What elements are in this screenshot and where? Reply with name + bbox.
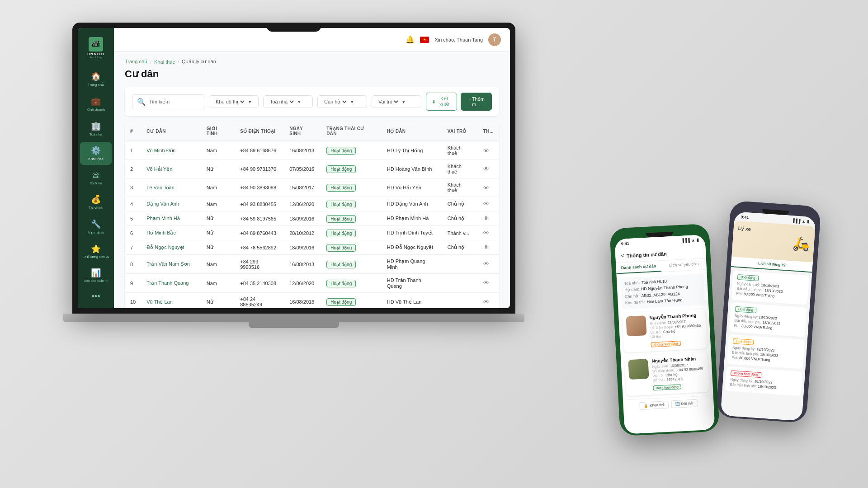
building-info-card: Toà nhà: Toà nhà HL10 Hộ dân: HD Nguyễn … — [620, 273, 705, 309]
search-box[interactable]: 🔍 — [132, 94, 204, 109]
action-icon[interactable]: 👁 — [483, 184, 489, 191]
khu-do-thi-filter[interactable]: Khu đô thị ▾ — [209, 95, 259, 108]
sidebar-item-kinh-doanh[interactable]: 💼 Kinh doanh — [80, 93, 112, 116]
sidebar-item-van-hanh[interactable]: 🔧 Vận hành — [80, 216, 112, 239]
vai-tro-select[interactable]: Vai trò — [377, 99, 400, 105]
action-icon[interactable]: 👁 — [483, 147, 489, 154]
notification-bell-icon[interactable]: 🔔 — [406, 35, 415, 44]
resident-name-link[interactable]: Võ Minh Đức — [146, 148, 175, 153]
wifi-icon: ▲ — [691, 238, 695, 242]
can-ho-filter[interactable]: Căn hộ ▾ — [317, 95, 367, 108]
status-badge: Hoạt động — [326, 184, 356, 192]
page-title: Cư dân — [125, 68, 499, 80]
action-icon[interactable]: 👁 — [483, 215, 489, 222]
cell-dob: 07/05/2016 — [284, 160, 321, 178]
sidebar-item-more[interactable]: ••• — [80, 288, 112, 305]
table-row: 7 Đỗ Ngọc Nguyệt Nữ +84 76 5562892 18/09… — [125, 240, 499, 255]
vai-tro-filter[interactable]: Vai trò ▾ — [372, 95, 421, 108]
cell-vai-tro: Chủ hộ — [442, 211, 478, 226]
sidebar-item-dich-vu[interactable]: 🛎 Dịch vụ — [80, 167, 112, 189]
action-icon[interactable]: 👁 — [483, 166, 489, 173]
topbar-right: 🔔 Xin chào, Thuan Tang T — [406, 33, 501, 46]
residents-table: # Cư dân Giới tính Số điện thoại Ngày si… — [125, 122, 499, 308]
resident-info-2: Nguyễn Thanh Nhàn Ngày sinh 15/08/2017 S… — [651, 356, 706, 391]
user-avatar[interactable]: T — [488, 33, 501, 46]
action-icon[interactable]: 👁 — [483, 280, 489, 286]
back-button[interactable]: < — [621, 252, 625, 259]
sidebar-item-bao-cao[interactable]: 📊 Báo cáo quản trị — [80, 264, 112, 286]
cell-status: Hoạt động — [321, 211, 382, 226]
cell-ho-dan: HD Trịnh Đình Tuyết — [382, 226, 442, 240]
quality-icon: ⭐ — [91, 244, 101, 254]
business-icon: 💼 — [91, 96, 101, 106]
cell-vai-tro: Chủ hộ — [442, 197, 478, 211]
toa-nha-filter[interactable]: Toà nhà ▾ — [263, 95, 313, 108]
sidebar-item-tai-chinh[interactable]: 💰 Tài chính — [80, 191, 112, 214]
operations-icon: 🔧 — [91, 219, 101, 229]
resident-name-link[interactable]: Trần Thanh Quang — [146, 280, 189, 286]
export-button[interactable]: ⬇ Kết xuất — [426, 93, 457, 111]
chevron-down-icon: ▾ — [298, 99, 301, 105]
sidebar-item-label: Vận hành — [88, 230, 104, 235]
battery-icon: ▮ — [807, 219, 810, 224]
cell-vai-tro: Thành v... — [442, 226, 478, 240]
sidebar-item-label: Kinh doanh — [87, 108, 105, 112]
cell-actions: 👁 — [478, 211, 499, 226]
cell-gender: Nam — [201, 141, 235, 160]
action-icon[interactable]: 👁 — [483, 230, 489, 236]
sidebar-item-trang-chu[interactable]: 🏠 Trang chủ — [80, 68, 112, 91]
khu-do-thi-select[interactable]: Khu đô thị — [214, 99, 246, 105]
breadcrumb-home[interactable]: Trang chủ — [125, 59, 147, 65]
col-header-vai-tro: Vai trò — [442, 122, 478, 141]
card-status-2: Đang hoạt động — [653, 384, 681, 390]
table-row: 2 Võ Hải Yến Nữ +84 90 9731370 07/05/201… — [125, 160, 499, 178]
action-icon[interactable]: 👁 — [483, 201, 489, 207]
cell-id: 2 — [125, 160, 141, 178]
toa-nha-select[interactable]: Toà nhà — [268, 99, 295, 105]
resident-name-link[interactable]: Hồ Minh Bắc — [146, 230, 176, 235]
cell-gender: Nữ — [201, 160, 235, 178]
resident-name-link[interactable]: Võ Hải Yến — [146, 166, 172, 172]
cell-ho-dan: HD Trần Thanh Quang — [382, 274, 442, 293]
phone-gray-time: 9:41 — [741, 215, 749, 220]
cell-vai-tro: Khách thuê — [442, 160, 478, 178]
cell-gender: Nữ — [201, 211, 235, 226]
add-button[interactable]: + Thêm m... — [461, 93, 492, 111]
cell-id: 8 — [125, 255, 141, 274]
cell-ho-dan: HD Đặng Văn Anh — [382, 197, 442, 211]
action-icon[interactable]: 👁 — [483, 299, 489, 305]
sidebar-item-khai-thac[interactable]: ⚙️ Khai thác — [80, 142, 112, 165]
cell-actions: 👁 — [478, 274, 499, 293]
resident-name-link[interactable]: Vũ Thế Lan — [146, 299, 173, 305]
cell-status: Hoạt động — [321, 293, 382, 309]
resident-name-link[interactable]: Trần Văn Nam Sơn — [146, 261, 190, 267]
status-icons: ▐▐▐ ▲ ▮ — [681, 238, 699, 243]
search-input[interactable] — [149, 99, 203, 104]
resident-name-link[interactable]: Lê Văn Toàn — [146, 185, 175, 190]
resident-name-link[interactable]: Đỗ Ngọc Nguyệt — [146, 244, 184, 250]
sidebar-item-chat-luong[interactable]: ⭐ Chất lượng dịch vụ — [80, 240, 112, 263]
action-icon[interactable]: 👁 — [483, 244, 489, 251]
phone-green-frame: 9:41 ▐▐▐ ▲ ▮ < Thông tin cư dân Danh sác… — [609, 224, 720, 436]
lock-card-button[interactable]: 🔒 Khoá thẻ — [640, 400, 669, 409]
language-flag[interactable] — [420, 37, 429, 43]
action-icon[interactable]: 👁 — [483, 261, 489, 267]
status-badge: Hoạt động — [326, 261, 356, 268]
cell-vai-tro: Chủ hộ — [442, 240, 478, 255]
table-row: 10 Vũ Thế Lan Nữ +84 24 88835249 16/08/2… — [125, 293, 499, 309]
cell-vai-tro: Khách thuê — [442, 178, 478, 197]
cell-status: Hoạt động — [321, 197, 382, 211]
cell-ho-dan: HD Phạm Minh Hà — [382, 211, 442, 226]
cell-id: 1 — [125, 141, 141, 160]
swap-card-button[interactable]: 🔄 Đổi thẻ — [671, 399, 697, 408]
can-ho-select[interactable]: Căn hộ — [322, 99, 348, 105]
resident-name-link[interactable]: Đặng Văn Anh — [146, 201, 179, 206]
breadcrumb-khai-thac[interactable]: Khai thác — [154, 59, 175, 65]
cell-name: Hồ Minh Bắc — [141, 226, 201, 240]
sidebar-item-toa-nha[interactable]: 🏢 Toà nhà — [80, 117, 112, 141]
cell-dob: 12/06/2020 — [284, 197, 321, 211]
phone-time: 9:41 — [621, 241, 630, 246]
status-badge: Hoạt động — [326, 147, 356, 155]
status-badge: Hoạt động — [326, 230, 356, 237]
resident-name-link[interactable]: Phạm Minh Hà — [146, 216, 180, 221]
